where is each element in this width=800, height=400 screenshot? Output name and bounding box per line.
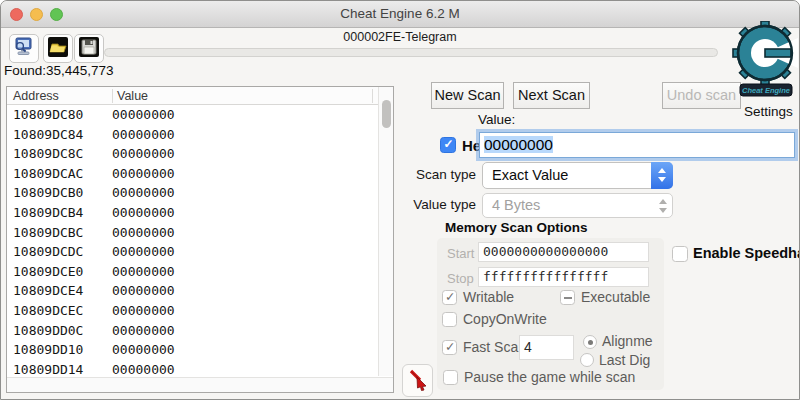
stop-address-input: ffffffffffffffff [478, 267, 649, 287]
table-row[interactable]: 10809DCDC00000000 [7, 242, 379, 262]
open-table-button[interactable] [43, 34, 73, 63]
last-digits-radio[interactable] [580, 353, 594, 367]
column-header-value[interactable]: Value [117, 89, 148, 103]
pause-game-checkbox[interactable] [443, 370, 458, 385]
stop-label: Stop [447, 271, 474, 286]
table-row[interactable]: 10809DCB400000000 [7, 203, 379, 223]
last-digits-label[interactable]: Last Dig [599, 352, 650, 368]
select-process-button[interactable] [9, 34, 39, 63]
value-label: Value: [478, 112, 515, 127]
table-row[interactable]: 10809DC8000000000 [7, 105, 379, 125]
scan-type-label: Scan type [401, 167, 476, 182]
save-icon [78, 36, 100, 62]
memory-scan-options-title: Memory Scan Options [445, 220, 588, 235]
vertical-scrollbar[interactable] [378, 87, 393, 376]
table-row[interactable]: 10809DCB000000000 [7, 183, 379, 203]
executable-checkbox[interactable] [560, 290, 575, 305]
enable-speedhack-label[interactable]: Enable Speedha [693, 245, 800, 261]
table-row[interactable]: 10809DCE400000000 [7, 281, 379, 301]
table-row[interactable]: 10809DD0C00000000 [7, 321, 379, 341]
enable-speedhack-checkbox[interactable] [672, 246, 688, 262]
executable-label[interactable]: Executable [581, 289, 650, 305]
undo-scan-button: Undo scan [662, 82, 741, 109]
select-process-icon [13, 36, 35, 62]
hex-checkbox[interactable] [440, 137, 456, 153]
table-row[interactable]: 10809DC8C00000000 [7, 144, 379, 164]
changed-pointer-button[interactable] [402, 364, 433, 397]
table-row[interactable]: 10809DCE000000000 [7, 262, 379, 282]
new-scan-button[interactable]: New Scan [431, 82, 504, 109]
title-bar[interactable]: Cheat Engine 6.2 M [1, 1, 799, 28]
copyonwrite-checkbox[interactable] [442, 312, 457, 327]
scan-progress-bar [104, 48, 718, 57]
value-input[interactable]: 00000000 [479, 132, 795, 158]
settings-link[interactable]: Settings [744, 104, 793, 119]
start-label: Start [447, 246, 474, 261]
pause-game-label[interactable]: Pause the game while scan [464, 369, 635, 385]
scan-type-dropdown[interactable]: Exact Value [482, 162, 673, 189]
writable-checkbox[interactable] [442, 290, 457, 305]
red-arrow-icon [407, 367, 429, 395]
column-header-address[interactable]: Address [13, 89, 59, 103]
vertical-scrollbar-thumb[interactable] [382, 100, 391, 128]
chevron-up-down-icon [651, 162, 673, 189]
fast-scan-checkbox[interactable] [442, 340, 457, 355]
alignment-label[interactable]: Alignme [602, 333, 653, 349]
fast-scan-label[interactable]: Fast Sca [463, 339, 518, 355]
attached-process-label: 000002FE-Telegram [1, 30, 799, 44]
writable-label[interactable]: Writable [463, 289, 514, 305]
scan-results-table: Address Value 10809DC800000000010809DC84… [6, 86, 394, 393]
cheat-engine-window: Cheat Engine 6.2 M 000002FE-Telegram [0, 0, 800, 400]
value-type-label: Value type [401, 197, 476, 212]
next-scan-button[interactable]: Next Scan [513, 82, 590, 109]
found-count-label: Found:35,445,773 [4, 63, 114, 78]
table-row[interactable]: 10809DCBC00000000 [7, 223, 379, 243]
cheat-engine-logo: Cheat Engine [732, 21, 798, 104]
start-address-input: 0000000000000000 [478, 242, 649, 262]
table-row[interactable]: 10809DCEC00000000 [7, 301, 379, 321]
chevron-up-down-icon [652, 194, 672, 218]
save-table-button[interactable] [74, 34, 104, 63]
table-row[interactable]: 10809DC8400000000 [7, 125, 379, 145]
results-table-body: 10809DC800000000010809DC840000000010809D… [7, 105, 379, 379]
alignment-radio[interactable] [583, 335, 597, 349]
fast-scan-alignment-input[interactable]: 4 [519, 335, 574, 360]
table-header: Address Value [7, 87, 393, 105]
horizontal-scrollbar[interactable] [7, 377, 393, 392]
svg-text:Cheat Engine: Cheat Engine [742, 86, 790, 95]
window-title: Cheat Engine 6.2 M [1, 6, 799, 21]
gear-icon [733, 21, 798, 85]
table-row[interactable]: 10809DD1000000000 [7, 340, 379, 360]
copyonwrite-label[interactable]: CopyOnWrite [463, 311, 547, 327]
table-row[interactable]: 10809DCAC00000000 [7, 164, 379, 184]
value-type-dropdown: 4 Bytes [482, 193, 673, 218]
open-folder-icon [47, 36, 69, 62]
